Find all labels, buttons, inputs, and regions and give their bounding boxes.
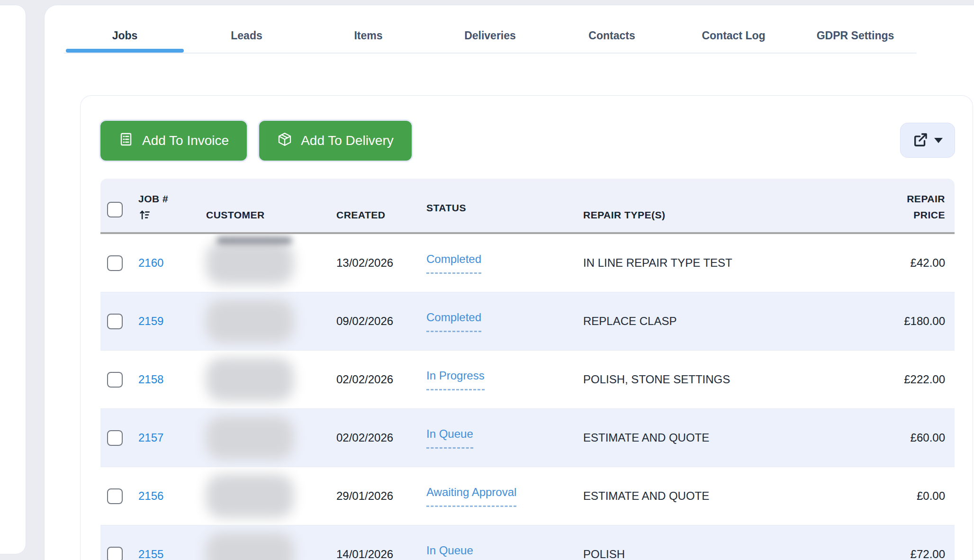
row-select-cell xyxy=(100,467,129,525)
table-row: 215514/01/2026In QueuePOLISH£72.00 xyxy=(100,525,955,560)
created-date: 29/01/2026 xyxy=(336,489,393,503)
repair-price-cell: £0.00 xyxy=(868,467,955,525)
external-link-icon xyxy=(912,132,929,149)
add-to-invoice-label: Add To Invoice xyxy=(142,133,229,148)
created-date: 02/02/2026 xyxy=(336,431,393,444)
customer-redacted-blur xyxy=(206,533,294,560)
header-cell-status: STATUS xyxy=(418,179,574,232)
row-select-cell xyxy=(100,234,129,292)
table-row: 215802/02/2026In ProgressPOLISH, STONE S… xyxy=(100,351,955,409)
status-link[interactable]: In Queue xyxy=(426,427,473,449)
tab-contacts[interactable]: Contacts xyxy=(551,27,673,47)
status-link[interactable]: Completed xyxy=(426,311,481,332)
repair-types: POLISH, STONE SETTINGS xyxy=(583,373,730,386)
job-number-link[interactable]: 2155 xyxy=(138,548,163,560)
repair-price: £180.00 xyxy=(904,315,945,328)
job-number-cell: 2158 xyxy=(129,351,195,408)
status-cell: Completed xyxy=(418,292,574,350)
tab-items[interactable]: Items xyxy=(307,27,429,47)
add-to-invoice-button[interactable]: Add To Invoice xyxy=(100,121,247,161)
table-toolbar: Add To Invoice Add To Delivery xyxy=(100,121,955,161)
row-select-cell xyxy=(100,525,129,560)
header-cell-select xyxy=(100,179,129,232)
job-number-link[interactable]: 2157 xyxy=(138,431,163,444)
tab-leads[interactable]: Leads xyxy=(186,27,307,47)
add-to-delivery-button[interactable]: Add To Delivery xyxy=(259,121,412,161)
repair-types-cell: POLISH, STONE SETTINGS xyxy=(574,351,868,408)
job-number-link[interactable]: 2160 xyxy=(138,256,163,270)
job-number-link[interactable]: 2159 xyxy=(138,315,163,328)
created-date-cell: 02/02/2026 xyxy=(328,409,418,467)
row-checkbox[interactable] xyxy=(107,314,123,329)
repair-types: POLISH xyxy=(583,548,625,560)
status-link[interactable]: Completed xyxy=(426,253,481,274)
status-cell: Awaiting Approval xyxy=(418,467,574,525)
status-cell: Completed xyxy=(418,234,574,292)
row-checkbox[interactable] xyxy=(107,372,123,388)
invoice-list-icon xyxy=(118,132,134,150)
status-cell: In Queue xyxy=(418,409,574,467)
repair-price: £42.00 xyxy=(911,256,945,270)
repair-price-cell: £180.00 xyxy=(868,292,955,350)
created-date: 02/02/2026 xyxy=(336,373,393,386)
repair-price: £72.00 xyxy=(911,548,945,560)
row-checkbox[interactable] xyxy=(107,430,123,446)
customer-redacted-blur xyxy=(206,241,294,285)
sort-ascending-icon[interactable] xyxy=(138,208,168,221)
repair-types: ESTIMATE AND QUOTE xyxy=(583,431,709,444)
tab-deliveries[interactable]: Deliveries xyxy=(429,27,551,47)
header-cell-customer: CUSTOMER xyxy=(195,179,328,232)
header-cell-repair-price: REPAIR PRICE xyxy=(868,179,955,232)
repair-price: £222.00 xyxy=(904,373,945,386)
add-to-delivery-label: Add To Delivery xyxy=(301,133,394,148)
customer-cell xyxy=(195,234,328,292)
tab-contact-log[interactable]: Contact Log xyxy=(673,27,794,47)
repair-types-cell: POLISH xyxy=(574,525,868,560)
tab-jobs[interactable]: Jobs xyxy=(64,27,186,47)
repair-price-cell: £42.00 xyxy=(868,234,955,292)
customer-redacted-blur xyxy=(206,358,294,401)
job-number-cell: 2155 xyxy=(129,525,195,560)
row-checkbox[interactable] xyxy=(107,488,123,504)
repair-price-cell: £60.00 xyxy=(868,409,955,467)
row-select-cell xyxy=(100,351,129,408)
export-dropdown-button[interactable] xyxy=(900,123,955,158)
status-link[interactable]: In Queue xyxy=(426,544,473,560)
tab-gdpr-settings[interactable]: GDPR Settings xyxy=(794,27,916,47)
jobs-panel: Add To Invoice Add To Delivery xyxy=(80,95,973,560)
job-number-link[interactable]: 2158 xyxy=(138,373,163,386)
tab-label: Contact Log xyxy=(702,29,765,42)
status-link[interactable]: Awaiting Approval xyxy=(426,486,516,507)
active-tab-underline xyxy=(66,49,184,53)
row-select-cell xyxy=(100,409,129,467)
created-date-cell: 13/02/2026 xyxy=(328,234,418,292)
customer-cell xyxy=(195,409,328,467)
repair-types-cell: IN LINE REPAIR TYPE TEST xyxy=(574,234,868,292)
repair-price-cell: £72.00 xyxy=(868,525,955,560)
repair-types-cell: ESTIMATE AND QUOTE xyxy=(574,409,868,467)
row-checkbox[interactable] xyxy=(107,255,123,271)
repair-types-cell: REPLACE CLASP xyxy=(574,292,868,350)
table-row: 215629/01/2026Awaiting ApprovalESTIMATE … xyxy=(100,467,955,525)
job-number-cell: 2160 xyxy=(129,234,195,292)
customer-redacted-blur xyxy=(206,474,294,518)
job-number-link[interactable]: 2156 xyxy=(138,489,163,503)
status-cell: In Progress xyxy=(418,351,574,408)
table-row: 215909/02/2026CompletedREPLACE CLASP£180… xyxy=(100,292,955,351)
created-date-cell: 14/01/2026 xyxy=(328,525,418,560)
status-cell: In Queue xyxy=(418,525,574,560)
created-date-cell: 09/02/2026 xyxy=(328,292,418,350)
customer-cell xyxy=(195,351,328,408)
select-all-checkbox[interactable] xyxy=(107,202,123,217)
left-sidebar-panel xyxy=(0,5,26,554)
repair-price: £60.00 xyxy=(911,431,945,444)
main-card: JobsLeadsItemsDeliveriesContactsContact … xyxy=(44,5,974,560)
status-link[interactable]: In Progress xyxy=(426,369,485,390)
row-checkbox[interactable] xyxy=(107,547,123,560)
repair-types: IN LINE REPAIR TYPE TEST xyxy=(583,256,732,270)
tab-label: GDPR Settings xyxy=(817,29,894,42)
customer-redacted-blur xyxy=(206,299,294,343)
table-header-row: JOB # CUSTOMER CREATED STATUS xyxy=(100,179,955,234)
caret-down-icon xyxy=(934,138,943,143)
tab-label: Jobs xyxy=(112,29,138,42)
